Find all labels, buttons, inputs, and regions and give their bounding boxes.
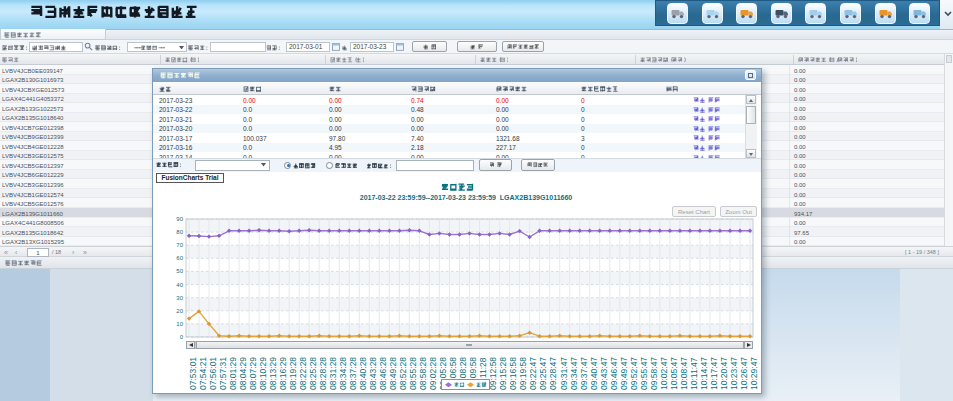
- svg-text:10:17:47: 10:17:47: [709, 357, 719, 390]
- svg-text:10:23:47: 10:23:47: [729, 357, 739, 390]
- svg-text:09:02:28: 09:02:28: [428, 357, 438, 390]
- svg-text:10:26:47: 10:26:47: [739, 357, 749, 390]
- svg-text:10: 10: [176, 321, 183, 327]
- svg-text:09:25:47: 09:25:47: [538, 357, 548, 390]
- svg-text:40: 40: [176, 282, 183, 288]
- svg-text:09:15:28: 09:15:28: [498, 357, 508, 390]
- svg-text:07:57:31: 07:57:31: [218, 357, 228, 390]
- svg-text:08:01:29: 08:01:29: [228, 357, 238, 390]
- svg-text:08:16:29: 08:16:29: [278, 357, 288, 390]
- svg-text:08:07:29: 08:07:29: [248, 357, 258, 390]
- svg-text:09:31:47: 09:31:47: [559, 357, 569, 390]
- svg-text:10:11:47: 10:11:47: [689, 357, 699, 390]
- svg-text:08:10:29: 08:10:29: [258, 357, 268, 390]
- svg-text:30: 30: [176, 295, 183, 301]
- svg-text:07:54:21: 07:54:21: [198, 357, 208, 390]
- svg-text:10:05:47: 10:05:47: [669, 357, 679, 390]
- svg-text:70: 70: [176, 242, 183, 248]
- svg-text:09:46:47: 09:46:47: [609, 357, 619, 390]
- svg-text:10:02:47: 10:02:47: [659, 357, 669, 390]
- svg-text:07:56:01: 07:56:01: [208, 357, 218, 390]
- svg-text:10:20:47: 10:20:47: [719, 357, 729, 390]
- svg-text:08:43:28: 08:43:28: [368, 357, 378, 390]
- svg-text:08:49:28: 08:49:28: [388, 357, 398, 390]
- svg-text:10:08:47: 10:08:47: [679, 357, 689, 390]
- svg-text:08:55:28: 08:55:28: [408, 357, 418, 390]
- svg-text:90: 90: [176, 216, 183, 222]
- svg-text:08:37:28: 08:37:28: [348, 357, 358, 390]
- svg-text:07:53:01: 07:53:01: [188, 357, 198, 390]
- svg-text:80: 80: [176, 229, 183, 235]
- svg-text:10:29:47: 10:29:47: [749, 357, 759, 390]
- svg-text:08:34:28: 08:34:28: [338, 357, 348, 390]
- svg-text:09:43:47: 09:43:47: [599, 357, 609, 390]
- svg-text:09:37:47: 09:37:47: [579, 357, 589, 390]
- svg-text:08:31:28: 08:31:28: [328, 357, 338, 390]
- svg-text:20: 20: [176, 308, 183, 314]
- svg-text:08:28:28: 08:28:28: [318, 357, 328, 390]
- svg-text:08:19:28: 08:19:28: [288, 357, 298, 390]
- svg-text:09:52:47: 09:52:47: [629, 357, 639, 390]
- svg-text:09:58:47: 09:58:47: [649, 357, 659, 390]
- svg-text:08:25:28: 08:25:28: [308, 357, 318, 390]
- svg-text:09:22:47: 09:22:47: [528, 357, 538, 390]
- svg-text:08:52:28: 08:52:28: [398, 357, 408, 390]
- svg-text:08:58:28: 08:58:28: [418, 357, 428, 390]
- svg-text:09:16:58: 09:16:58: [508, 357, 518, 390]
- svg-text:08:04:29: 08:04:29: [238, 357, 248, 390]
- svg-text:09:19:58: 09:19:58: [518, 357, 528, 390]
- svg-text:0: 0: [180, 334, 184, 340]
- svg-text:09:34:47: 09:34:47: [569, 357, 579, 390]
- svg-text:09:28:47: 09:28:47: [548, 357, 558, 390]
- svg-text:09:55:47: 09:55:47: [639, 357, 649, 390]
- svg-text:60: 60: [176, 255, 183, 261]
- svg-text:08:46:28: 08:46:28: [378, 357, 388, 390]
- svg-text:08:13:29: 08:13:29: [268, 357, 278, 390]
- svg-text:10:14:47: 10:14:47: [699, 357, 709, 390]
- svg-text:08:40:28: 08:40:28: [358, 357, 368, 390]
- svg-text:50: 50: [176, 268, 183, 274]
- svg-text:08:22:28: 08:22:28: [298, 357, 308, 390]
- svg-text:09:49:47: 09:49:47: [619, 357, 629, 390]
- svg-text:09:40:47: 09:40:47: [589, 357, 599, 390]
